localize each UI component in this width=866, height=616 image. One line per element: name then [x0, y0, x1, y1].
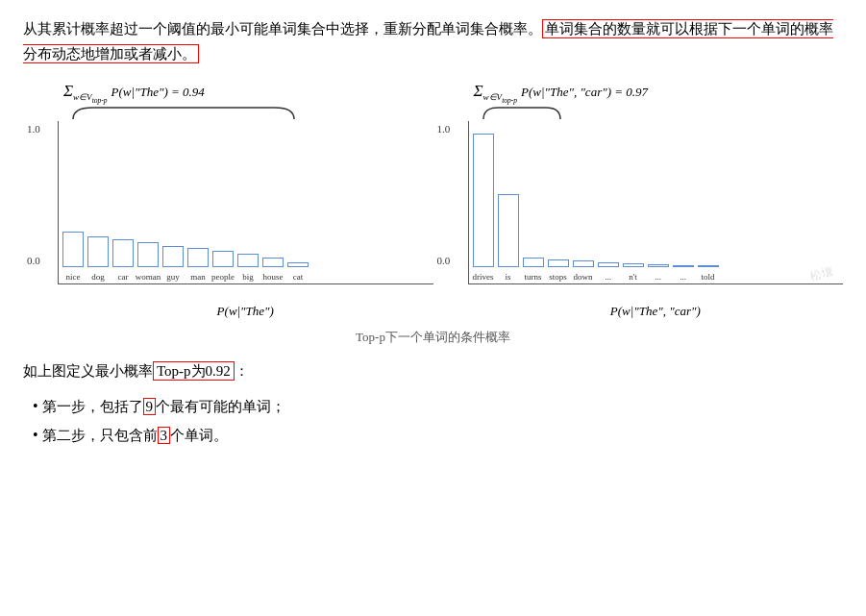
y-label-zero-right: 0.0 — [437, 253, 451, 270]
right-x-label: P(w|"The", "car") — [468, 302, 844, 322]
bar-car-rect — [112, 239, 134, 267]
bar-big-label: big — [242, 270, 254, 283]
bar-ellipsis1: ... — [598, 121, 619, 283]
bar-guy: guy — [162, 121, 184, 283]
bar-ellipsis2: ... — [648, 121, 669, 283]
y-label-zero-left: 0.0 — [27, 253, 40, 270]
bar-ellipsis3: ... — [673, 121, 694, 283]
bar-down-label: down — [574, 270, 593, 283]
bar-man-label: man — [190, 270, 206, 283]
bar-guy-label: guy — [166, 270, 180, 283]
bar-cat: cat — [287, 121, 309, 283]
left-formula: Σ w∈Vtop-p P(w|"The") = 0.94 — [23, 78, 433, 104]
intro-paragraph: 从其累计概率超过一个阈值的最小可能单词集合中选择，重新分配单词集合概率。单词集合… — [23, 17, 843, 66]
bar-house-label: house — [263, 270, 284, 283]
bar-nt-label: n't — [629, 270, 637, 283]
bar-told-label: told — [701, 270, 714, 283]
def-text2: ： — [235, 363, 249, 379]
left-sigma: Σ — [63, 78, 73, 104]
bar-dog: dog — [87, 121, 109, 283]
bar-drives-rect — [473, 134, 494, 267]
left-brace-svg — [63, 104, 304, 121]
y-label-top-right: 1.0 — [437, 121, 451, 138]
bar-house-rect — [262, 258, 284, 267]
intro-text-1: 从其累计概率超过一个阈值的最小可能单词集合中选择，重新分配单词集合概率。 — [23, 21, 542, 37]
bar-dog-rect — [87, 236, 109, 267]
left-chart: Σ w∈Vtop-p P(w|"The") = 0.94 1.0 0.0 nic… — [23, 78, 433, 322]
bar-people-rect — [212, 251, 234, 267]
bar-woman-label: woman — [136, 270, 161, 283]
right-brace-svg — [474, 104, 570, 121]
left-x-label: P(w|"The") — [58, 302, 433, 322]
bar-house: house — [262, 121, 284, 283]
left-subscript: w∈Vtop-p — [73, 90, 107, 107]
bar-nice-label: nice — [66, 270, 81, 283]
right-chart-area-wrapper: 1.0 0.0 drives is turns stops — [433, 121, 844, 284]
y-label-top-left: 1.0 — [27, 121, 40, 138]
bullet2-text1: 第二步，只包含前 — [42, 428, 158, 443]
bar-woman: woman — [137, 121, 159, 283]
right-bars-container: drives is turns stops down — [468, 121, 844, 284]
def-highlight: Top-p为0.92 — [153, 361, 235, 381]
bar-is-rect — [498, 194, 519, 267]
bar-stops-rect — [548, 259, 569, 267]
bar-people: people — [212, 121, 234, 283]
bar-drives: drives — [473, 121, 494, 283]
left-brace-container — [23, 104, 433, 121]
bar-drives-label: drives — [473, 270, 494, 283]
right-formula-body: P(w|"The", "car") = 0.97 — [521, 83, 648, 103]
bullet-item-1: 第一步，包括了9个最有可能的单词； — [33, 392, 843, 421]
bar-car: car — [112, 121, 134, 283]
right-subscript: w∈Vtop-p — [483, 90, 517, 107]
bar-ellipsis3-rect — [673, 265, 694, 267]
bar-down: down — [573, 121, 594, 283]
bar-cat-label: cat — [293, 270, 304, 283]
bar-car-label: car — [118, 270, 129, 283]
bar-big: big — [237, 121, 259, 283]
bullet1-text1: 第一步，包括了 — [42, 399, 143, 414]
definition-paragraph: 如上图定义最小概率Top-p为0.92： — [23, 359, 843, 382]
bar-ellipsis1-label: ... — [605, 270, 611, 283]
bar-woman-rect — [137, 242, 159, 267]
bar-turns: turns — [523, 121, 544, 283]
bullet1-num: 9 — [143, 398, 157, 415]
bar-ellipsis2-label: ... — [655, 270, 661, 283]
bar-dog-label: dog — [91, 270, 105, 283]
right-sigma: Σ — [474, 78, 483, 104]
bar-stops: stops — [548, 121, 569, 283]
bar-told-rect — [698, 265, 719, 267]
right-chart: Σ w∈Vtop-p P(w|"The", "car") = 0.97 1.0 … — [433, 78, 844, 322]
right-brace-container — [433, 104, 844, 121]
bullet-list: 第一步，包括了9个最有可能的单词； 第二步，只包含前3个单词。 — [23, 392, 843, 451]
left-formula-body: P(w|"The") = 0.94 — [111, 83, 204, 103]
bar-is: is — [498, 121, 519, 283]
bullet-item-2: 第二步，只包含前3个单词。 — [33, 421, 843, 450]
bullet2-text2: 个单词。 — [170, 428, 228, 443]
bar-down-rect — [573, 260, 594, 267]
bar-turns-label: turns — [525, 270, 542, 283]
bar-big-rect — [237, 254, 259, 267]
bar-people-label: people — [211, 270, 235, 283]
right-formula: Σ w∈Vtop-p P(w|"The", "car") = 0.97 — [433, 78, 844, 104]
bar-turns-rect — [523, 258, 544, 267]
bar-stops-label: stops — [549, 270, 567, 283]
bar-nice: nice — [62, 121, 84, 283]
left-bars-container: nice dog car woman guy — [58, 121, 433, 284]
bar-ellipsis3-label: ... — [680, 270, 686, 283]
bar-ellipsis2-rect — [648, 264, 669, 267]
bullet1-text2: 个最有可能的单词； — [156, 399, 285, 414]
bullet2-num: 3 — [158, 427, 171, 444]
bar-ellipsis1-rect — [598, 262, 619, 267]
bar-guy-rect — [162, 246, 184, 267]
bar-cat-rect — [287, 262, 309, 267]
bar-man-rect — [187, 248, 209, 267]
bar-nice-rect — [62, 232, 84, 267]
bar-told: told — [698, 121, 719, 283]
bar-nt-rect — [623, 263, 644, 267]
bar-is-label: is — [505, 270, 510, 283]
left-chart-area-wrapper: 1.0 0.0 nice dog car woman — [23, 121, 433, 284]
def-text1: 如上图定义最小概率 — [23, 363, 153, 379]
bar-man: man — [187, 121, 209, 283]
charts-section: Σ w∈Vtop-p P(w|"The") = 0.94 1.0 0.0 nic… — [23, 78, 843, 322]
bar-nt: n't — [623, 121, 644, 283]
